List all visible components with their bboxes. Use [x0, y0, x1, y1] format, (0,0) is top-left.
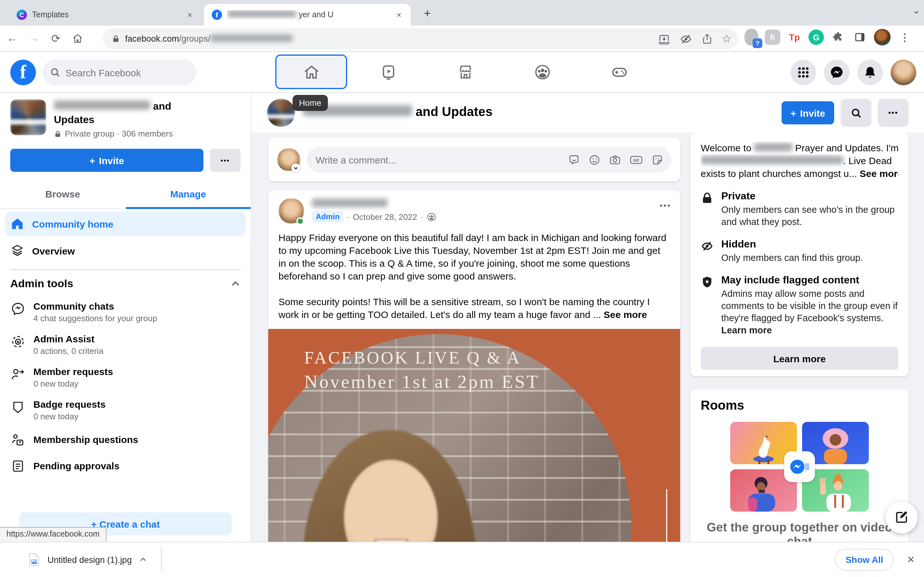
post-paragraph: Happy Friday everyone on this beautiful …	[278, 231, 670, 283]
download-bar: Untitled design (1).jpg Show All ✕	[0, 542, 924, 577]
invite-button[interactable]: +Invite	[782, 101, 834, 124]
download-chevron-icon[interactable]	[140, 556, 147, 564]
home-tooltip: Home	[292, 95, 328, 111]
password-eye-slash-icon[interactable]	[680, 33, 692, 45]
close-download-bar-icon[interactable]: ✕	[907, 554, 915, 566]
about-line1: Welcome to Prayer and Updates. I'm	[701, 142, 898, 155]
group-search-button[interactable]	[841, 99, 871, 127]
emoji-icon[interactable]	[588, 153, 601, 166]
extension-tp-icon[interactable]: Tp	[787, 29, 802, 45]
post-date[interactable]: October 28, 2022	[352, 212, 417, 221]
tab-close-icon[interactable]: ✕	[394, 10, 404, 19]
sidebar-item-pending-approvals[interactable]: Pending approvals	[0, 453, 251, 479]
sidebar-item-badge-requests[interactable]: Badge requests0 new today	[0, 394, 251, 426]
messenger-chat-icon	[10, 301, 26, 317]
composer-icons: GIF	[568, 153, 664, 166]
comment-input[interactable]	[316, 154, 568, 165]
show-all-downloads-button[interactable]: Show All	[835, 549, 894, 571]
nav-home[interactable]	[275, 55, 347, 89]
post-more-button[interactable]: •••	[660, 201, 671, 210]
reload-button[interactable]: ⟳	[46, 29, 65, 48]
camera-icon[interactable]	[609, 153, 621, 166]
lock-icon	[701, 192, 714, 228]
share-icon[interactable]	[701, 33, 713, 45]
messenger-button[interactable]	[824, 60, 850, 85]
browser-menu-icon[interactable]: ⋮	[897, 29, 913, 45]
sidebar-item-admin-assist[interactable]: Admin Assist0 actions, 0 criteria	[0, 328, 251, 361]
post-text: Happy Friday everyone on this beautiful …	[268, 226, 680, 321]
post-author-name[interactable]	[312, 198, 670, 209]
pencil-square-icon	[894, 510, 909, 525]
tab-search-chevron-icon[interactable]: ⌄	[913, 5, 920, 15]
nav-groups[interactable]	[506, 55, 578, 89]
avatar-sticker-icon[interactable]	[568, 153, 580, 166]
search-icon	[50, 67, 60, 77]
group-more-button[interactable]: •••	[878, 99, 909, 127]
extension-question-icon[interactable]: ?	[744, 29, 758, 45]
download-item[interactable]: Untitled design (1).jpg	[28, 553, 147, 567]
tab-manage[interactable]: Manage	[126, 181, 251, 208]
about-line2: . Live Dead	[701, 155, 898, 167]
nav-gaming[interactable]	[583, 55, 655, 89]
nav-marketplace[interactable]	[429, 55, 501, 89]
jpg-file-icon	[28, 553, 40, 567]
apps-menu-button[interactable]	[790, 60, 816, 85]
search-input[interactable]	[65, 67, 174, 78]
learn-more-link[interactable]: Learn more	[721, 325, 772, 335]
privacy-section-private: Private Only members can see who's in th…	[701, 190, 898, 228]
nav-watch[interactable]	[352, 55, 424, 89]
eye-slash-icon	[701, 240, 714, 264]
sidebar-item-overview[interactable]: Overview	[5, 239, 246, 263]
home-icon	[302, 63, 320, 81]
extensions-puzzle-icon[interactable]	[830, 29, 846, 45]
profile-avatar[interactable]	[891, 60, 916, 85]
learn-more-button[interactable]: Learn more	[701, 347, 898, 370]
facebook-nav	[275, 55, 655, 89]
home-icon	[10, 217, 24, 231]
new-tab-button[interactable]: +	[418, 5, 436, 23]
sidebar-invite-button[interactable]: +Invite	[10, 149, 204, 172]
sidebar-item-community-home[interactable]: Community home	[5, 211, 246, 236]
group-privacy-meta: Private group · 306 members	[54, 129, 241, 139]
notifications-button[interactable]	[857, 60, 883, 85]
shield-star-icon	[701, 276, 714, 337]
admin-tools-header[interactable]: Admin tools	[0, 276, 251, 295]
facebook-search[interactable]	[42, 60, 196, 85]
extension-grammarly-icon[interactable]: G	[809, 29, 824, 45]
install-app-icon[interactable]	[658, 33, 670, 45]
sticker-icon[interactable]	[651, 153, 664, 166]
tab-close-icon[interactable]: ✕	[184, 10, 195, 19]
forward-button[interactable]: →	[24, 29, 44, 48]
sidebar-item-community-chats[interactable]: Community chats4 chat suggestions for yo…	[0, 295, 251, 328]
compose-post-button[interactable]	[885, 501, 918, 533]
sidebar-item-membership-questions[interactable]: Membership questions	[0, 426, 251, 453]
sidebar-more-button[interactable]: •••	[210, 149, 241, 172]
address-bar[interactable]: facebook.com/groups/ ☆	[103, 28, 738, 49]
canva-favicon-icon: C	[17, 10, 27, 20]
home-icon	[72, 33, 83, 44]
back-button[interactable]: ←	[3, 29, 22, 48]
tab-browse[interactable]: Browse	[0, 181, 126, 208]
tab-templates[interactable]: C Templates ✕	[9, 4, 202, 26]
gif-icon[interactable]: GIF	[630, 153, 643, 166]
badge-shield-icon	[10, 400, 26, 415]
collapse-chevron-icon[interactable]	[230, 279, 241, 289]
avatar-chevron-icon[interactable]	[291, 163, 300, 172]
group-avatar[interactable]	[267, 99, 295, 127]
download-filename: Untitled design (1).jpg	[47, 555, 132, 564]
flagged-desc: Admins may allow some posts and comments…	[721, 288, 898, 337]
bookmark-star-icon[interactable]: ☆	[722, 32, 732, 45]
group-avatar[interactable]	[10, 99, 46, 135]
browser-profile-avatar[interactable]	[874, 29, 891, 45]
side-panel-icon[interactable]	[852, 29, 867, 45]
home-button[interactable]	[68, 29, 87, 48]
post-image[interactable]: FACEBOOK LIVE Q & A November 1st at 2pm …	[268, 329, 680, 551]
tab-facebook-group[interactable]: f yer and U ✕	[204, 4, 411, 26]
see-more-link[interactable]: See more	[859, 168, 898, 179]
sidebar-item-member-requests[interactable]: Member requests0 new today	[0, 361, 251, 394]
see-more-link[interactable]: See more	[604, 309, 647, 320]
comment-input-pill[interactable]: GIF	[307, 147, 671, 172]
facebook-logo[interactable]: f	[10, 60, 36, 85]
extension-h-icon[interactable]: h	[765, 29, 780, 45]
admin-badge: Admin	[312, 211, 344, 222]
